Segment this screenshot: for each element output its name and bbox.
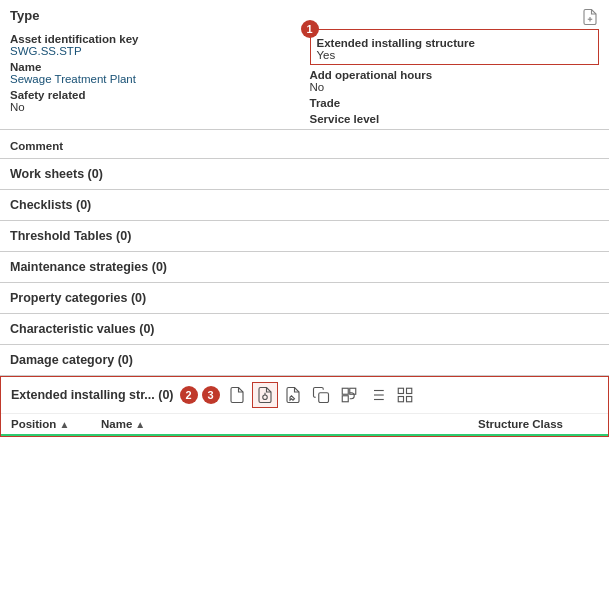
worksheets-row[interactable]: Work sheets (0) — [0, 159, 609, 190]
position-sort-arrow: ▲ — [59, 419, 69, 430]
svg-point-2 — [262, 395, 267, 400]
detail-view-icon[interactable] — [392, 382, 418, 408]
type-title: Type — [10, 8, 39, 23]
badge-1: 1 — [301, 20, 319, 38]
extended-value: Yes — [317, 49, 593, 61]
name-value[interactable]: Sewage Treatment Plant — [10, 73, 300, 85]
svg-rect-16 — [398, 397, 403, 402]
comment-label: Comment — [10, 140, 599, 152]
extended-installing-section: Extended installing str... (0) 2 3 — [0, 376, 609, 437]
table-header: Position ▲ Name ▲ Structure Class — [1, 414, 608, 436]
right-column: 1 Extended installing structure Yes Add … — [310, 29, 600, 125]
worksheets-title: Work sheets (0) — [10, 167, 103, 181]
new-doc-icon[interactable] — [224, 382, 250, 408]
extended-installing-title[interactable]: Extended installing str... (0) — [11, 388, 174, 402]
service-label: Service level — [310, 113, 600, 125]
badge-3: 3 — [202, 386, 220, 404]
toolbar — [224, 382, 418, 408]
characteristic-row[interactable]: Characteristic values (0) — [0, 314, 609, 345]
main-container: Type Asset identification key SWG.SS.STP… — [0, 0, 609, 437]
svg-rect-17 — [406, 397, 411, 402]
extended-label: Extended installing structure — [317, 37, 593, 49]
operational-value: No — [310, 81, 600, 93]
copy-icon[interactable] — [308, 382, 334, 408]
maintenance-row[interactable]: Maintenance strategies (0) — [0, 252, 609, 283]
position-header[interactable]: Position ▲ — [11, 418, 91, 430]
threshold-title: Threshold Tables (0) — [10, 229, 131, 243]
add-from-list-icon[interactable] — [252, 382, 278, 408]
operational-label: Add operational hours — [310, 69, 600, 81]
badge-2: 2 — [180, 386, 198, 404]
name-header[interactable]: Name ▲ — [101, 418, 468, 430]
extended-box: 1 Extended installing structure Yes — [310, 29, 600, 65]
edit-icon[interactable] — [280, 382, 306, 408]
svg-rect-5 — [342, 388, 348, 394]
name-sort-arrow: ▲ — [135, 419, 145, 430]
svg-rect-14 — [398, 388, 403, 393]
svg-rect-7 — [342, 396, 348, 402]
left-column: Asset identification key SWG.SS.STP Name… — [10, 29, 300, 125]
svg-rect-15 — [406, 388, 411, 393]
trade-label: Trade — [310, 97, 600, 109]
characteristic-title: Characteristic values (0) — [10, 322, 155, 336]
list-view-icon[interactable] — [364, 382, 390, 408]
property-title: Property categories (0) — [10, 291, 146, 305]
asset-id-value[interactable]: SWG.SS.STP — [10, 45, 300, 57]
type-section: Type Asset identification key SWG.SS.STP… — [0, 0, 609, 130]
asset-id-label: Asset identification key — [10, 33, 300, 45]
safety-value: No — [10, 101, 300, 113]
checklists-row[interactable]: Checklists (0) — [0, 190, 609, 221]
damage-row[interactable]: Damage category (0) — [0, 345, 609, 376]
checklists-title: Checklists (0) — [10, 198, 91, 212]
comment-section: Comment — [0, 130, 609, 159]
svg-rect-4 — [318, 393, 328, 403]
maintenance-title: Maintenance strategies (0) — [10, 260, 167, 274]
type-edit-icon[interactable] — [581, 8, 599, 30]
relation-icon[interactable] — [336, 382, 362, 408]
damage-title: Damage category (0) — [10, 353, 133, 367]
threshold-row[interactable]: Threshold Tables (0) — [0, 221, 609, 252]
name-label: Name — [10, 61, 300, 73]
property-row[interactable]: Property categories (0) — [0, 283, 609, 314]
safety-label: Safety related — [10, 89, 300, 101]
structure-header[interactable]: Structure Class — [478, 418, 598, 430]
